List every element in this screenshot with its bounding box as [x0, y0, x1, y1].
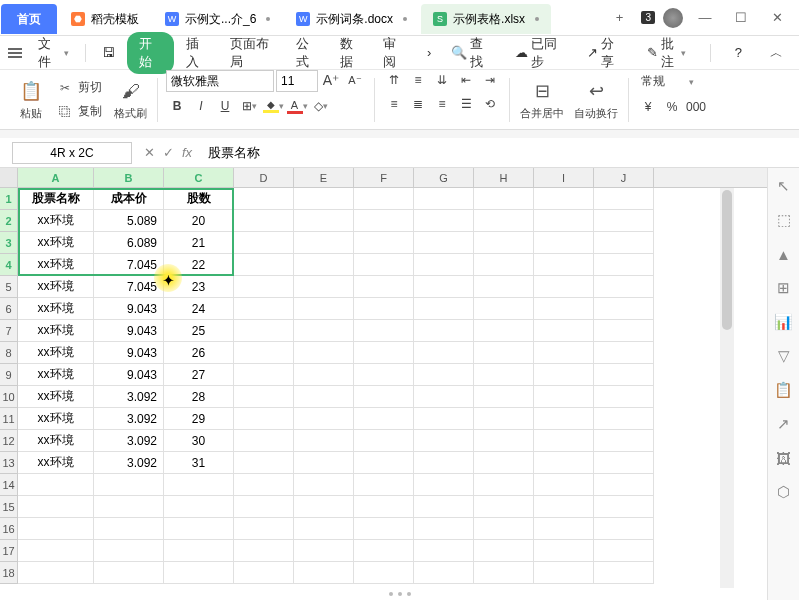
cursor-icon[interactable]: ↖ — [774, 176, 794, 196]
cell[interactable] — [354, 518, 414, 540]
cell[interactable] — [594, 452, 654, 474]
menu-layout[interactable]: 页面布局 — [222, 31, 285, 75]
col-header-G[interactable]: G — [414, 168, 474, 187]
font-family-select[interactable] — [166, 70, 274, 92]
row-header[interactable]: 8 — [0, 342, 18, 364]
col-header-E[interactable]: E — [294, 168, 354, 187]
cell[interactable] — [594, 496, 654, 518]
cell[interactable] — [234, 562, 294, 584]
cell[interactable] — [354, 452, 414, 474]
cell[interactable] — [294, 188, 354, 210]
cell[interactable] — [594, 254, 654, 276]
cell-reference-box[interactable]: 4R x 2C — [12, 142, 132, 164]
cell[interactable] — [354, 474, 414, 496]
share-icon[interactable]: ↗ — [774, 414, 794, 434]
cell[interactable] — [294, 320, 354, 342]
cell[interactable] — [594, 320, 654, 342]
cell[interactable] — [474, 386, 534, 408]
scrollbar-thumb[interactable] — [722, 190, 732, 330]
cell[interactable]: 9.043 — [94, 364, 164, 386]
format-painter-button[interactable]: 🖌 格式刷 — [112, 76, 149, 123]
align-bottom-button[interactable]: ⇊ — [431, 70, 453, 90]
cell[interactable] — [354, 188, 414, 210]
cell[interactable]: xx环境 — [18, 298, 94, 320]
cell[interactable] — [234, 452, 294, 474]
menu-insert[interactable]: 插入 — [178, 31, 217, 75]
menu-annotate[interactable]: ✎批注▾ — [639, 31, 693, 75]
menu-help[interactable]: ? — [727, 41, 750, 64]
tab-home[interactable]: 首页 — [1, 4, 57, 34]
cell[interactable] — [534, 518, 594, 540]
cell[interactable] — [354, 364, 414, 386]
hamburger-icon[interactable] — [8, 48, 22, 58]
cell[interactable] — [594, 276, 654, 298]
align-right-button[interactable]: ≡ — [431, 94, 453, 114]
cell[interactable]: xx环境 — [18, 430, 94, 452]
row-header[interactable]: 1 — [0, 188, 18, 210]
cell[interactable] — [534, 452, 594, 474]
cell[interactable] — [234, 254, 294, 276]
cell[interactable] — [294, 210, 354, 232]
cell[interactable] — [354, 540, 414, 562]
cell[interactable]: 27 — [164, 364, 234, 386]
cell[interactable] — [294, 298, 354, 320]
cell[interactable] — [94, 540, 164, 562]
row-header[interactable]: 15 — [0, 496, 18, 518]
cell[interactable]: 3.092 — [94, 430, 164, 452]
cell[interactable] — [414, 408, 474, 430]
cell[interactable]: 成本价 — [94, 188, 164, 210]
cell[interactable] — [414, 496, 474, 518]
cell[interactable]: xx环境 — [18, 452, 94, 474]
cell[interactable] — [164, 518, 234, 540]
cell[interactable] — [474, 518, 534, 540]
cell[interactable] — [594, 188, 654, 210]
row-header[interactable]: 16 — [0, 518, 18, 540]
cell[interactable]: 9.043 — [94, 298, 164, 320]
cell[interactable] — [294, 430, 354, 452]
increase-font-button[interactable]: A⁺ — [320, 70, 342, 90]
cell[interactable] — [534, 342, 594, 364]
tab-spreadsheet[interactable]: S 示例表格.xlsx — [421, 4, 551, 34]
row-header[interactable]: 5 — [0, 276, 18, 298]
cell[interactable] — [294, 474, 354, 496]
cell[interactable] — [354, 408, 414, 430]
menu-start[interactable]: 开始 — [127, 32, 174, 74]
cell[interactable] — [164, 562, 234, 584]
cell[interactable] — [474, 562, 534, 584]
cell[interactable] — [534, 496, 594, 518]
menu-review[interactable]: 审阅 — [375, 31, 414, 75]
cell[interactable] — [234, 408, 294, 430]
border-button[interactable]: ⊞▾ — [238, 96, 260, 116]
cell[interactable] — [164, 474, 234, 496]
cell[interactable] — [534, 320, 594, 342]
cell[interactable] — [414, 540, 474, 562]
cell[interactable] — [594, 210, 654, 232]
menu-save-icon[interactable]: 🖫 — [94, 41, 123, 64]
cell[interactable] — [234, 342, 294, 364]
close-button[interactable]: ✕ — [763, 4, 791, 32]
cell[interactable]: 7.045 — [94, 254, 164, 276]
copy-button[interactable]: ⿻复制 — [52, 100, 106, 124]
sheet-grid[interactable]: A B C D E F G H I J 1股票名称成本价股数2xx环境5.089… — [0, 168, 767, 600]
cell[interactable] — [474, 430, 534, 452]
tab-count-badge[interactable]: 3 — [641, 11, 655, 24]
cell[interactable] — [94, 474, 164, 496]
cell[interactable] — [234, 188, 294, 210]
cell[interactable] — [234, 540, 294, 562]
cell[interactable] — [354, 254, 414, 276]
cell[interactable] — [354, 562, 414, 584]
vertical-scrollbar[interactable] — [720, 188, 734, 588]
cell[interactable] — [534, 364, 594, 386]
cell[interactable] — [594, 364, 654, 386]
cell[interactable] — [414, 342, 474, 364]
cell[interactable] — [474, 210, 534, 232]
cell[interactable] — [18, 562, 94, 584]
cell[interactable] — [594, 232, 654, 254]
cell[interactable] — [234, 474, 294, 496]
cell[interactable] — [414, 254, 474, 276]
cell[interactable]: 31 — [164, 452, 234, 474]
wrap-text-button[interactable]: ↩ 自动换行 — [572, 76, 620, 123]
cell[interactable]: xx环境 — [18, 320, 94, 342]
cell[interactable] — [594, 408, 654, 430]
underline-button[interactable]: U — [214, 96, 236, 116]
